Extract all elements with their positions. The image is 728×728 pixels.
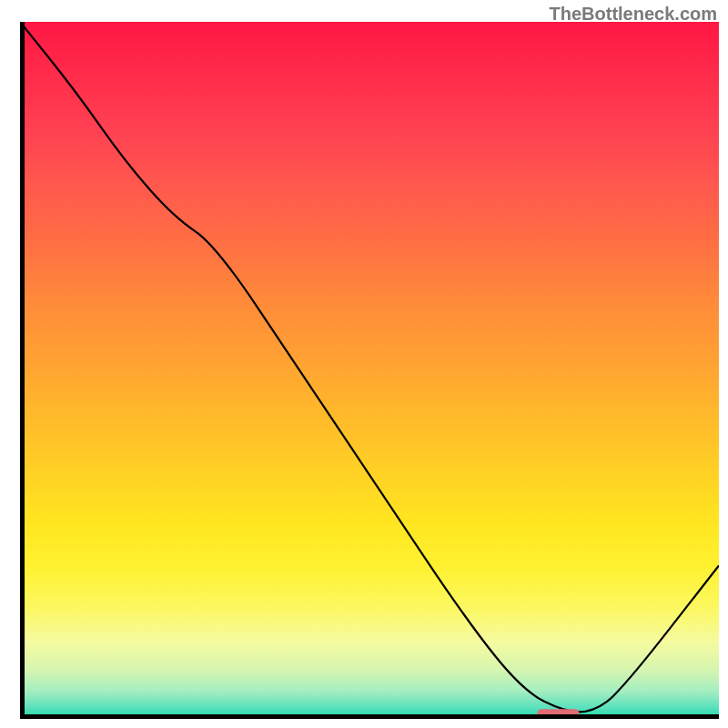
plot-area (20, 22, 719, 719)
chart-frame (20, 22, 719, 719)
bottleneck-curve (20, 22, 719, 712)
attribution-text: TheBottleneck.com (550, 4, 717, 25)
y-axis (20, 22, 25, 719)
x-axis (20, 714, 719, 719)
chart-svg (20, 22, 719, 719)
